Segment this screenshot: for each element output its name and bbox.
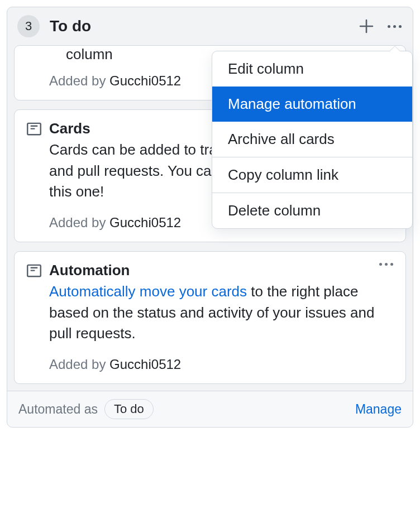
note-card[interactable]: Automation Automatically move your cards… xyxy=(14,251,406,384)
added-by-label: Added by xyxy=(49,357,109,372)
automation-link[interactable]: Automatically move your cards xyxy=(49,283,247,300)
added-by-label: Added by xyxy=(49,73,109,88)
column-footer: Automated as To do Manage xyxy=(7,391,413,427)
card-title: Automation xyxy=(49,262,130,279)
manage-link[interactable]: Manage xyxy=(355,402,402,417)
card-title: Cards xyxy=(49,120,90,137)
column-menu-dropdown: Edit column Manage automation Archive al… xyxy=(212,51,413,229)
project-column: 3 To do Edit column Manage automation Ar… xyxy=(7,7,413,428)
column-title: To do xyxy=(50,17,358,35)
column-menu-button[interactable] xyxy=(386,18,403,35)
column-header: 3 To do Edit column Manage automation Ar… xyxy=(7,7,413,45)
add-card-button[interactable] xyxy=(358,18,375,35)
card-author[interactable]: Gucchi0512 xyxy=(109,73,181,88)
kebab-icon xyxy=(388,25,402,28)
note-icon xyxy=(27,122,41,136)
menu-edit-column[interactable]: Edit column xyxy=(212,51,412,87)
automated-as-label: Automated as xyxy=(18,402,98,417)
plus-icon xyxy=(359,18,374,34)
added-by-label: Added by xyxy=(49,215,109,230)
automation-badge: To do xyxy=(104,399,154,419)
card-meta: Added by Gucchi0512 xyxy=(49,357,393,372)
menu-archive-all[interactable]: Archive all cards xyxy=(212,122,412,157)
menu-copy-link[interactable]: Copy column link xyxy=(212,157,412,193)
automation-status: Automated as To do xyxy=(18,399,154,419)
menu-manage-automation[interactable]: Manage automation xyxy=(212,87,412,122)
card-author[interactable]: Gucchi0512 xyxy=(109,215,181,230)
card-author[interactable]: Gucchi0512 xyxy=(109,357,181,372)
card-menu-button[interactable] xyxy=(379,263,393,266)
card-body: Automatically move your cards to the rig… xyxy=(49,281,393,344)
note-icon xyxy=(27,263,41,278)
column-header-actions xyxy=(358,18,403,35)
card-count-badge: 3 xyxy=(17,15,40,37)
menu-delete-column[interactable]: Delete column xyxy=(212,193,412,228)
